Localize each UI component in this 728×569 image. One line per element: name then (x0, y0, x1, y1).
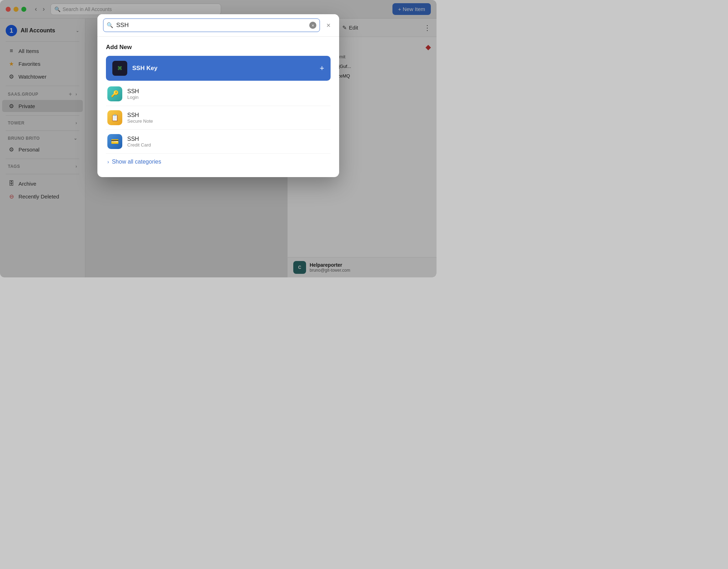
result-item-ssh-note[interactable]: 📋 SSH Secure Note (106, 106, 331, 130)
show-all-label: Show all categories (112, 159, 161, 165)
modal-search-wrapper: 🔍 × (103, 18, 320, 32)
modal: 🔍 × × Add New ⌘ SSH Key (97, 14, 339, 177)
result-subtitle-login: Login (127, 95, 139, 100)
result-subtitle-note: Secure Note (127, 118, 153, 124)
result-title-login: SSH (127, 88, 139, 95)
note-icon: 📋 (107, 110, 122, 125)
result-text-card: SSH Credit Card (127, 136, 151, 148)
modal-overlay[interactable]: 🔍 × × Add New ⌘ SSH Key (0, 0, 437, 277)
card-icon-glyph: 💳 (111, 138, 119, 145)
result-item-ssh-login[interactable]: 🔑 SSH Login (106, 82, 331, 106)
ssh-key-label: SSH Key (132, 65, 315, 72)
result-title-card: SSH (127, 136, 151, 142)
ssh-key-icon: ⌘ (112, 61, 127, 76)
chevron-right-icon: › (107, 159, 109, 165)
clear-icon: × (312, 23, 315, 28)
modal-search-input[interactable] (103, 18, 320, 32)
app-window: ‹ › 🔍 Search in All Accounts + New Item … (0, 0, 437, 277)
lock-icon: 🔑 (111, 90, 119, 98)
add-new-label: Add New (106, 44, 331, 51)
result-text-login: SSH Login (127, 88, 139, 100)
login-icon: 🔑 (107, 86, 122, 101)
close-icon: × (326, 21, 331, 29)
result-subtitle-card: Credit Card (127, 142, 151, 148)
modal-body: Add New ⌘ SSH Key + 🔑 (97, 37, 339, 177)
modal-search-bar: 🔍 × × (97, 14, 339, 37)
terminal-icon: ⌘ (118, 64, 122, 73)
search-results: 🔑 SSH Login 📋 SSH (106, 82, 331, 154)
result-title-note: SSH (127, 112, 153, 118)
result-item-ssh-card[interactable]: 💳 SSH Credit Card (106, 130, 331, 154)
result-text-note: SSH Secure Note (127, 112, 153, 124)
ssh-key-add-icon: + (320, 64, 324, 73)
ssh-key-item[interactable]: ⌘ SSH Key + (106, 56, 331, 81)
show-all-categories-link[interactable]: › Show all categories (106, 154, 331, 170)
note-icon-glyph: 📋 (111, 114, 119, 122)
card-icon: 💳 (107, 134, 122, 149)
modal-close-button[interactable]: × (323, 20, 333, 31)
modal-search-icon: 🔍 (107, 22, 113, 28)
